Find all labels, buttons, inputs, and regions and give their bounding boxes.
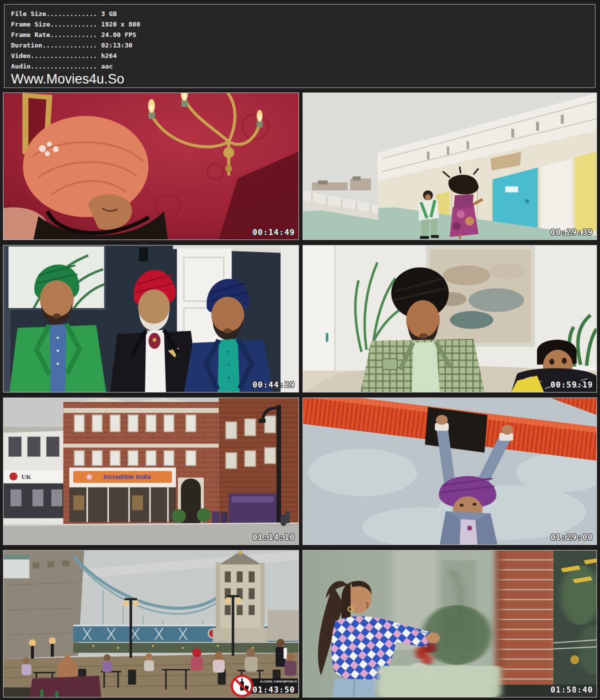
screenshot-4: 00:59:19 [302,245,597,392]
screenshot-2: 00:29:39 [302,92,597,240]
dot-leader: ............ [50,20,97,28]
storefront-sign-incredible-india: Incredible India [104,473,151,480]
info-row-file-size: File Size.............3 GB [11,8,590,19]
info-row-video: Video.................h264 [11,50,590,61]
scene-three-men-illustration [4,246,298,392]
info-value: 1920 x 800 [97,20,140,28]
info-label: File Size [11,10,46,18]
info-label: Duration [11,42,42,49]
timestamp: 00:29:39 [550,228,593,237]
info-row-duration: Duration..............02:13:30 [11,40,590,50]
timestamp: 01:43:50 [252,685,295,694]
scene-spinning-woman-illustration [303,550,596,697]
info-value: aac [97,62,112,70]
info-row-frame-size: Frame Size............1920 x 800 [11,19,590,30]
info-value: h264 [97,52,116,60]
site-watermark: Www.Movies4u.So [11,72,590,86]
info-value: 02:13:30 [97,42,132,49]
info-row-audio: Audio.................aac [11,61,590,72]
scene-red-room-illustration [4,93,298,240]
screenshot-3: 00:44:29 [3,245,299,392]
timestamp: 01:14:10 [252,532,295,542]
screenshot-1: 00:14:49 [3,92,299,240]
info-label: Frame Size [11,20,50,28]
timestamp: 00:59:19 [550,380,593,390]
screenshot-7: ALCOHOL CONSUMPTION IS INJURIOUS 01:43:5… [3,550,299,698]
screenshot-8: 01:58:40 [302,550,597,698]
scene-street-illustration: UK Incredible India [4,398,298,544]
timestamp: 00:44:29 [252,380,295,390]
screenshot-grid: 00:14:49 [0,92,600,698]
dot-leader: ............. [46,10,97,18]
screenshot-6: 01:29:00 [302,398,597,545]
no-alcohol-icon [230,674,254,698]
info-value: 3 GB [97,10,116,18]
info-value: 24.00 FPS [97,31,136,38]
shop-sign-uk: UK [22,473,31,480]
timestamp: 01:58:40 [550,685,593,694]
screenshot-5: UK Incredible India [3,398,299,545]
alcohol-warning-text: ALCOHOL CONSUMPTION IS INJURIOUS [260,680,297,683]
scene-tower-bridge-cafe-illustration [4,550,298,697]
dot-leader: ................. [30,52,97,60]
info-label: Video [11,52,30,60]
info-row-frame-rate: Frame Rate............24.00 FPS [11,30,590,40]
media-info-panel: File Size.............3 GB Frame Size...… [4,4,596,88]
timestamp: 01:29:00 [550,532,593,542]
dot-leader: .............. [42,42,98,49]
dot-leader: ................. [30,62,97,70]
timestamp: 00:14:49 [252,228,295,237]
info-label: Audio [11,62,30,70]
info-label: Frame Rate [11,31,50,38]
scene-beach-huts-illustration [303,93,596,240]
scene-hanging-pipe-illustration [303,398,596,544]
dot-leader: ............ [50,31,97,38]
scene-living-room-illustration [303,246,596,392]
